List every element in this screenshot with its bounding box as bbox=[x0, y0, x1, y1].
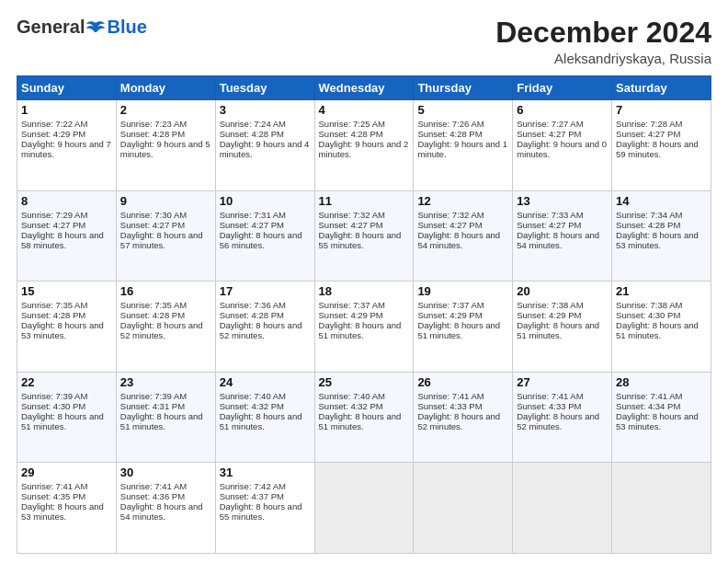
sunset-label: Sunset: 4:33 PM bbox=[417, 401, 482, 411]
sunset-label: Sunset: 4:30 PM bbox=[21, 401, 85, 411]
sunrise-label: Sunrise: 7:32 AM bbox=[417, 210, 483, 220]
sunset-label: Sunset: 4:31 PM bbox=[120, 401, 185, 411]
sunset-label: Sunset: 4:28 PM bbox=[319, 129, 383, 139]
calendar-cell: 4Sunrise: 7:25 AMSunset: 4:28 PMDaylight… bbox=[314, 100, 414, 191]
sunset-label: Sunset: 4:27 PM bbox=[417, 220, 482, 230]
day-number: 3 bbox=[220, 103, 311, 117]
calendar-cell: 9Sunrise: 7:30 AMSunset: 4:27 PMDaylight… bbox=[116, 190, 215, 282]
sunrise-label: Sunrise: 7:36 AM bbox=[220, 300, 286, 310]
calendar-header-row: Sunday Monday Tuesday Wednesday Thursday… bbox=[17, 76, 711, 100]
sunrise-label: Sunrise: 7:31 AM bbox=[220, 210, 286, 220]
sunrise-label: Sunrise: 7:41 AM bbox=[517, 391, 583, 401]
calendar-week-4: 22Sunrise: 7:39 AMSunset: 4:30 PMDayligh… bbox=[17, 372, 711, 463]
logo-blue: Blue bbox=[107, 17, 146, 38]
calendar-cell bbox=[414, 463, 513, 554]
day-number: 7 bbox=[616, 103, 707, 117]
daylight-label: Daylight: 8 hours and 52 minutes. bbox=[417, 411, 500, 431]
calendar-cell: 25Sunrise: 7:40 AMSunset: 4:32 PMDayligh… bbox=[314, 372, 414, 463]
sunset-label: Sunset: 4:34 PM bbox=[616, 401, 680, 411]
sunrise-label: Sunrise: 7:41 AM bbox=[120, 481, 187, 491]
day-number: 31 bbox=[220, 465, 311, 479]
sunrise-label: Sunrise: 7:32 AM bbox=[319, 210, 385, 220]
day-number: 6 bbox=[517, 103, 608, 117]
sunrise-label: Sunrise: 7:27 AM bbox=[517, 119, 583, 129]
calendar-cell: 16Sunrise: 7:35 AMSunset: 4:28 PMDayligh… bbox=[116, 282, 215, 373]
sunrise-label: Sunrise: 7:41 AM bbox=[616, 391, 682, 401]
sunrise-label: Sunrise: 7:38 AM bbox=[517, 300, 583, 310]
header: General Blue December 2024 Aleksandriysk… bbox=[17, 17, 711, 66]
sunset-label: Sunset: 4:27 PM bbox=[616, 129, 680, 139]
daylight-label: Daylight: 9 hours and 4 minutes. bbox=[220, 139, 310, 159]
calendar-cell: 17Sunrise: 7:36 AMSunset: 4:28 PMDayligh… bbox=[215, 282, 314, 373]
day-number: 2 bbox=[120, 103, 211, 117]
month-title: December 2024 bbox=[495, 17, 711, 49]
sunrise-label: Sunrise: 7:23 AM bbox=[120, 119, 187, 129]
daylight-label: Daylight: 8 hours and 51 minutes. bbox=[517, 320, 599, 340]
sunrise-label: Sunrise: 7:25 AM bbox=[319, 119, 385, 129]
daylight-label: Daylight: 8 hours and 53 minutes. bbox=[616, 411, 699, 431]
col-saturday: Saturday bbox=[612, 76, 711, 100]
day-number: 29 bbox=[21, 465, 112, 479]
daylight-label: Daylight: 9 hours and 1 minute. bbox=[417, 139, 507, 159]
sunrise-label: Sunrise: 7:35 AM bbox=[21, 300, 87, 310]
sunrise-label: Sunrise: 7:29 AM bbox=[21, 210, 87, 220]
sunrise-label: Sunrise: 7:37 AM bbox=[319, 300, 385, 310]
col-tuesday: Tuesday bbox=[215, 76, 314, 100]
sunset-label: Sunset: 4:28 PM bbox=[616, 220, 680, 230]
day-number: 1 bbox=[21, 103, 112, 117]
calendar-cell: 11Sunrise: 7:32 AMSunset: 4:27 PMDayligh… bbox=[314, 190, 414, 282]
col-sunday: Sunday bbox=[17, 76, 117, 100]
sunrise-label: Sunrise: 7:41 AM bbox=[21, 481, 87, 491]
calendar-cell: 24Sunrise: 7:40 AMSunset: 4:32 PMDayligh… bbox=[215, 372, 314, 463]
sunset-label: Sunset: 4:32 PM bbox=[319, 401, 383, 411]
daylight-label: Daylight: 8 hours and 54 minutes. bbox=[417, 230, 500, 250]
calendar-cell: 15Sunrise: 7:35 AMSunset: 4:28 PMDayligh… bbox=[17, 282, 117, 373]
sunrise-label: Sunrise: 7:40 AM bbox=[319, 391, 385, 401]
daylight-label: Daylight: 8 hours and 51 minutes. bbox=[417, 320, 500, 340]
daylight-label: Daylight: 8 hours and 57 minutes. bbox=[120, 230, 203, 250]
sunset-label: Sunset: 4:27 PM bbox=[319, 220, 383, 230]
daylight-label: Daylight: 8 hours and 56 minutes. bbox=[220, 230, 302, 250]
col-monday: Monday bbox=[116, 76, 215, 100]
sunrise-label: Sunrise: 7:26 AM bbox=[417, 119, 483, 129]
sunset-label: Sunset: 4:28 PM bbox=[417, 129, 482, 139]
logo-text: General Blue bbox=[17, 17, 147, 38]
day-number: 8 bbox=[21, 194, 112, 208]
calendar-cell: 7Sunrise: 7:28 AMSunset: 4:27 PMDaylight… bbox=[612, 100, 711, 191]
page: General Blue December 2024 Aleksandriysk… bbox=[0, 0, 728, 563]
sunrise-label: Sunrise: 7:37 AM bbox=[417, 300, 483, 310]
calendar-cell: 18Sunrise: 7:37 AMSunset: 4:29 PMDayligh… bbox=[314, 282, 414, 373]
daylight-label: Daylight: 8 hours and 55 minutes. bbox=[220, 501, 302, 522]
daylight-label: Daylight: 9 hours and 0 minutes. bbox=[517, 139, 607, 159]
calendar-cell: 27Sunrise: 7:41 AMSunset: 4:33 PMDayligh… bbox=[513, 372, 612, 463]
day-number: 5 bbox=[417, 103, 508, 117]
calendar-table: Sunday Monday Tuesday Wednesday Thursday… bbox=[17, 75, 711, 554]
day-number: 22 bbox=[21, 375, 112, 389]
calendar-cell: 21Sunrise: 7:38 AMSunset: 4:30 PMDayligh… bbox=[612, 282, 711, 373]
day-number: 10 bbox=[220, 194, 311, 208]
sunrise-label: Sunrise: 7:34 AM bbox=[616, 210, 682, 220]
calendar-cell: 2Sunrise: 7:23 AMSunset: 4:28 PMDaylight… bbox=[116, 100, 215, 191]
day-number: 17 bbox=[220, 284, 311, 298]
col-thursday: Thursday bbox=[414, 76, 513, 100]
daylight-label: Daylight: 8 hours and 51 minutes. bbox=[319, 411, 402, 431]
daylight-label: Daylight: 8 hours and 58 minutes. bbox=[21, 230, 104, 250]
sunrise-label: Sunrise: 7:39 AM bbox=[21, 391, 87, 401]
day-number: 23 bbox=[120, 375, 211, 389]
day-number: 15 bbox=[21, 284, 112, 298]
sunset-label: Sunset: 4:27 PM bbox=[21, 220, 85, 230]
daylight-label: Daylight: 8 hours and 53 minutes. bbox=[21, 501, 104, 522]
daylight-label: Daylight: 8 hours and 52 minutes. bbox=[517, 411, 599, 431]
calendar-cell: 8Sunrise: 7:29 AMSunset: 4:27 PMDaylight… bbox=[17, 190, 117, 282]
day-number: 4 bbox=[319, 103, 410, 117]
logo-bird-icon bbox=[85, 19, 106, 36]
col-friday: Friday bbox=[513, 76, 612, 100]
sunset-label: Sunset: 4:28 PM bbox=[120, 310, 185, 320]
day-number: 28 bbox=[616, 375, 707, 389]
daylight-label: Daylight: 8 hours and 51 minutes. bbox=[220, 411, 302, 431]
sunset-label: Sunset: 4:27 PM bbox=[517, 220, 581, 230]
sunset-label: Sunset: 4:37 PM bbox=[220, 491, 284, 501]
sunset-label: Sunset: 4:27 PM bbox=[120, 220, 185, 230]
col-wednesday: Wednesday bbox=[314, 76, 414, 100]
sunset-label: Sunset: 4:33 PM bbox=[517, 401, 581, 411]
